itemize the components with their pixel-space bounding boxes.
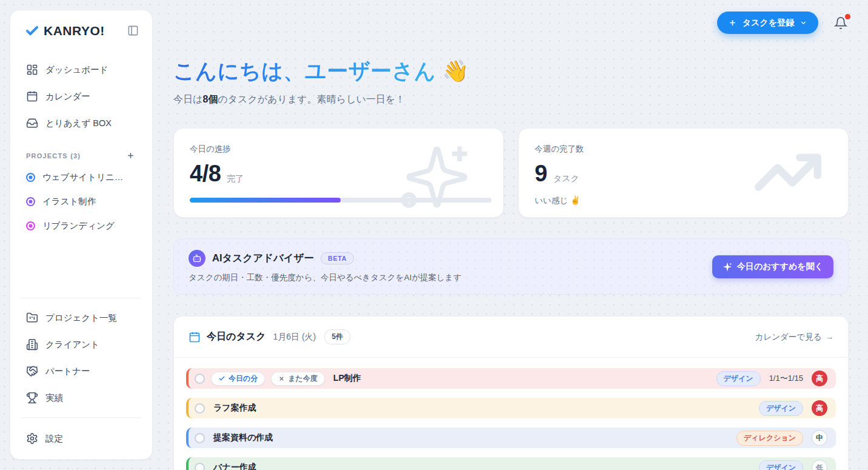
today-tasks-card: 今日のタスク 1月6日 (火) 5件 カレンダーで見る→ 今日の分 また今度 L… — [173, 316, 849, 470]
ai-banner-description: タスクの期日・工数・優先度から、今日やるべきタスクをAIが提案します — [189, 272, 461, 283]
main-content: タスクを登録 こんにちは、ユーザーさん 👋 今日は8個のタスクがあります。素晴ら… — [173, 0, 849, 470]
gear-icon — [26, 432, 38, 445]
arrow-right-icon: → — [826, 332, 834, 341]
add-task-label: タスクを登録 — [743, 18, 794, 29]
task-title: LP制作 — [333, 373, 361, 384]
task-row-proposal[interactable]: 提案資料の作成 ディレクション 中 — [186, 428, 836, 448]
beta-badge: BETA — [321, 252, 354, 264]
sidebar-item-project-list[interactable]: プロジェクト一覧 — [20, 304, 142, 331]
task-checkbox[interactable] — [195, 433, 205, 443]
dashboard-icon — [26, 64, 38, 76]
priority-badge: 中 — [812, 430, 827, 446]
check-icon — [218, 375, 225, 382]
panel-left-icon — [127, 25, 139, 36]
project-name: イラスト制作 — [42, 196, 96, 207]
notification-bell-button[interactable] — [833, 15, 849, 31]
ai-recommend-button[interactable]: 今日のおすすめを聞く — [712, 255, 833, 278]
divider — [21, 417, 141, 418]
projects-label: PROJECTS (3) — [26, 152, 81, 159]
x-icon — [278, 375, 285, 382]
chip-label: また今度 — [288, 374, 318, 384]
project-item-website[interactable]: ウェブサイトリニ… — [20, 165, 142, 189]
sidebar-item-label: クライアント — [45, 339, 99, 351]
calendar-icon — [189, 331, 201, 343]
sidebar-item-settings[interactable]: 設定 — [20, 424, 142, 451]
priority-badge: 高 — [812, 400, 827, 416]
folder-icon — [26, 312, 38, 324]
sidebar-item-label: 設定 — [45, 433, 63, 445]
sidebar-item-label: 実績 — [45, 392, 63, 404]
sidebar-item-partners[interactable]: パートナー — [20, 358, 142, 384]
sidebar-logo-row: KANRYO! — [20, 24, 142, 42]
sidebar-item-dashboard[interactable]: ダッシュボード — [20, 56, 142, 83]
subtitle-suffix: のタスクがあります。素晴らしい一日を！ — [218, 94, 405, 104]
sidebar-item-clients[interactable]: クライアント — [20, 331, 142, 358]
project-color-dot — [26, 173, 35, 182]
sidebar-item-inbox[interactable]: とりあえず BOX — [20, 110, 142, 136]
task-row-draft[interactable]: ラフ案作成 デザイン 高 — [186, 398, 836, 418]
handshake-icon — [26, 365, 38, 377]
view-calendar-link[interactable]: カレンダーで見る→ — [755, 332, 833, 343]
sidebar-bottom: プロジェクト一覧 クライアント パートナー — [20, 292, 142, 451]
note-text: いい感じ — [535, 196, 568, 205]
topbar: タスクを登録 — [173, 0, 849, 34]
task-tag: デザイン — [716, 371, 761, 386]
greeting-text: こんにちは、ユーザーさん — [173, 59, 436, 82]
view-calendar-label: カレンダーで見る — [755, 332, 822, 343]
mark-today-chip[interactable]: 今日の分 — [211, 372, 265, 386]
stat-value: 9 — [535, 161, 547, 187]
project-item-rebranding[interactable]: リブランディング — [20, 213, 142, 238]
building-icon — [26, 338, 38, 351]
ai-recommend-label: 今日のおすすめを聞く — [737, 261, 823, 272]
wave-emoji: 👋 — [442, 59, 469, 82]
sidebar-item-label: プロジェクト一覧 — [45, 312, 117, 324]
stat-card-progress: 今日の進捗 4/8 完了 — [173, 128, 504, 218]
sidebar-item-label: カレンダー — [45, 91, 90, 102]
task-count-badge: 5件 — [324, 329, 350, 344]
progress-bar-fill — [190, 198, 341, 203]
sparkles-watermark-icon — [394, 142, 472, 213]
task-checkbox[interactable] — [195, 374, 205, 384]
stat-unit: タスク — [553, 173, 579, 184]
greeting-title: こんにちは、ユーザーさん 👋 — [173, 57, 849, 86]
divider — [21, 298, 141, 298]
mark-later-chip[interactable]: また今度 — [271, 372, 325, 386]
tasks-title: 今日のタスク — [207, 331, 266, 343]
victory-emoji: ✌️ — [570, 196, 581, 205]
project-item-illustration[interactable]: イラスト制作 — [20, 189, 142, 213]
trophy-icon — [26, 392, 38, 404]
ai-banner-content: AIタスクアドバイザー BETA タスクの期日・工数・優先度から、今日やるべきタ… — [189, 250, 461, 283]
sidebar-item-achievements[interactable]: 実績 — [20, 384, 142, 411]
task-title: 提案資料の作成 — [213, 432, 273, 443]
add-task-button[interactable]: タスクを登録 — [717, 12, 818, 34]
task-checkbox[interactable] — [195, 403, 205, 414]
ai-bot-icon — [189, 250, 205, 267]
project-name: リブランディング — [42, 220, 115, 232]
project-name: ウェブサイトリニ… — [42, 172, 123, 183]
task-title: ラフ案作成 — [213, 403, 256, 414]
task-row-banner[interactable]: バナー作成 デザイン 低 — [186, 457, 836, 470]
stat-card-weekly: 今週の完了数 9 タスク いい感じ ✌️ — [518, 128, 849, 218]
stat-unit: 完了 — [227, 173, 244, 184]
calendar-icon — [26, 90, 38, 102]
task-checkbox[interactable] — [195, 463, 205, 470]
sidebar-item-label: とりあえず BOX — [45, 118, 112, 129]
sidebar-item-label: パートナー — [45, 366, 90, 377]
logo-text: KANRYO! — [44, 24, 105, 38]
trending-up-watermark-icon — [752, 152, 824, 199]
add-project-button[interactable] — [125, 150, 136, 161]
stat-value: 4/8 — [190, 161, 221, 187]
app-logo[interactable]: KANRYO! — [25, 24, 105, 38]
sidebar-collapse-button[interactable] — [126, 24, 140, 38]
plus-icon — [728, 18, 737, 27]
task-count-emphasis: 8個 — [202, 94, 218, 104]
priority-badge: 高 — [812, 371, 827, 386]
subtitle-prefix: 今日は — [173, 94, 202, 104]
task-row-lp[interactable]: 今日の分 また今度 LP制作 デザイン 1/1〜1/15 高 — [186, 368, 836, 389]
task-date-range: 1/1〜1/15 — [769, 373, 803, 384]
inbox-icon — [26, 117, 38, 129]
sidebar-item-calendar[interactable]: カレンダー — [20, 83, 142, 110]
project-color-dot — [26, 197, 35, 206]
project-color-dot — [26, 221, 35, 230]
tasks-list: 今日の分 また今度 LP制作 デザイン 1/1〜1/15 高 ラフ案作成 デザイ… — [174, 358, 848, 470]
